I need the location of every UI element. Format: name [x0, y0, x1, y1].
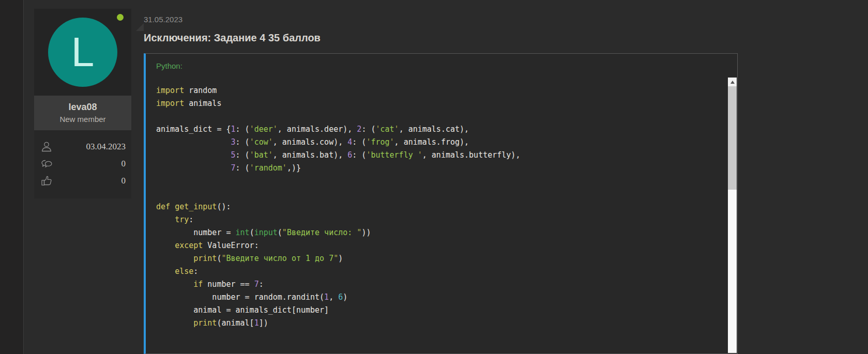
code-block: Python: import randomimport animals anim…	[144, 53, 738, 354]
post-title: Исключения: Задание 4 35 баллов	[144, 32, 321, 44]
user-card: L leva08 New member 03.04.202300	[34, 9, 131, 198]
stat-row: 0	[40, 172, 126, 189]
likes-icon	[40, 174, 53, 188]
stat-value: 03.04.2023	[86, 142, 126, 152]
user-stats: 03.04.202300	[34, 130, 131, 198]
code-line: animal = animals_dict[number]	[156, 304, 717, 317]
post-date: 31.05.2023	[144, 15, 182, 24]
code-line: number = random.randint(1, 6)	[156, 291, 717, 304]
stat-row: 0	[40, 155, 126, 172]
code-line: 3: ('cow', animals.cow), 4: ('frog', ani…	[156, 136, 717, 149]
code-line: 5: ('bat', animals.bat), 6: ('butterfly …	[156, 149, 717, 162]
code-line: print("Введите число от 1 до 7")	[156, 252, 717, 265]
code-scrollbar[interactable]	[728, 78, 737, 353]
code-line	[156, 188, 717, 201]
code-language-label: Python:	[156, 61, 182, 70]
code-line: print(animal[1])	[156, 317, 717, 330]
code-line: import animals	[156, 97, 717, 110]
code-scroll-area[interactable]: import randomimport animals animals_dict…	[146, 78, 737, 353]
code-line: else:	[156, 265, 717, 278]
code-line	[156, 110, 717, 123]
messages-icon	[40, 157, 53, 171]
online-indicator-icon	[117, 14, 124, 21]
page-left-gutter	[0, 0, 24, 354]
user-name-block: leva08 New member	[34, 96, 131, 130]
code-line: animals_dict = {1: ('deer', animals.deer…	[156, 123, 717, 136]
code-line: 7: ('random',)}	[156, 162, 717, 175]
code-line: except ValueError:	[156, 239, 717, 252]
code-content: import randomimport animals animals_dict…	[156, 84, 717, 330]
stat-row: 03.04.2023	[40, 138, 126, 155]
arrow-up-icon	[730, 81, 735, 84]
post: 31.05.2023 Исключения: Задание 4 35 балл…	[144, 0, 738, 354]
code-block-header: Python:	[146, 54, 737, 71]
code-line	[156, 175, 717, 188]
user-role: New member	[36, 115, 129, 124]
post-bubble-tail	[136, 23, 144, 31]
scrollbar-thumb[interactable]	[728, 86, 737, 190]
avatar[interactable]: L	[48, 18, 117, 87]
username-link[interactable]: leva08	[36, 102, 129, 113]
stat-value: 0	[121, 159, 126, 169]
code-line: import random	[156, 84, 717, 97]
user-icon	[40, 140, 53, 153]
code-line: try:	[156, 213, 717, 226]
code-line: def get_input():	[156, 201, 717, 213]
avatar-section: L	[34, 9, 131, 96]
code-line: number = int(input("Введите число: "))	[156, 226, 717, 239]
stat-value: 0	[121, 176, 126, 186]
code-line: if number == 7:	[156, 278, 717, 291]
scrollbar-up-button[interactable]	[728, 78, 737, 86]
